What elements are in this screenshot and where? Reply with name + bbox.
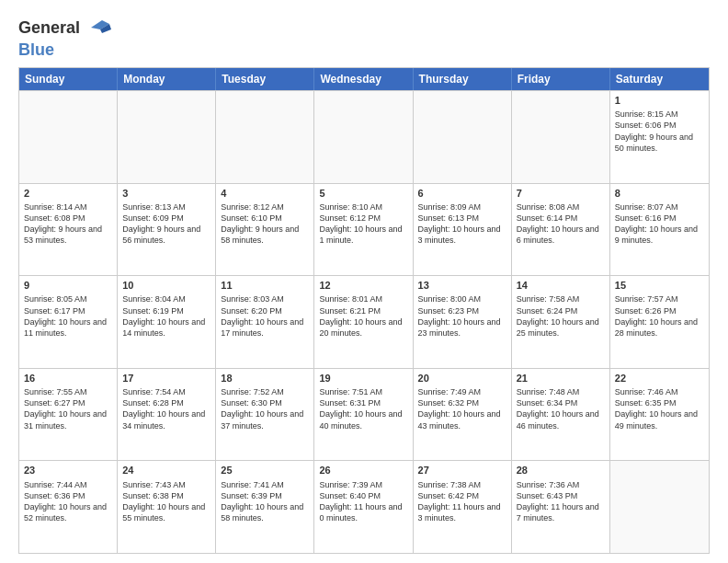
- calendar: SundayMondayTuesdayWednesdayThursdayFrid…: [18, 67, 710, 554]
- day-number: 17: [122, 372, 210, 385]
- day-number: 7: [517, 187, 605, 200]
- cell-info-text: Sunrise: 7:52 AM Sunset: 6:30 PM Dayligh…: [221, 386, 309, 431]
- calendar-header-row: SundayMondayTuesdayWednesdayThursdayFrid…: [19, 68, 709, 90]
- calendar-cell-4-4: 19Sunrise: 7:51 AM Sunset: 6:31 PM Dayli…: [314, 369, 413, 461]
- day-number: 2: [24, 187, 112, 200]
- day-number: 20: [418, 372, 506, 385]
- calendar-cell-5-1: 23Sunrise: 7:44 AM Sunset: 6:36 PM Dayli…: [19, 461, 118, 553]
- calendar-cell-2-4: 5Sunrise: 8:10 AM Sunset: 6:12 PM Daylig…: [314, 184, 413, 276]
- cell-info-text: Sunrise: 7:38 AM Sunset: 6:42 PM Dayligh…: [418, 479, 506, 524]
- calendar-cell-5-5: 27Sunrise: 7:38 AM Sunset: 6:42 PM Dayli…: [414, 461, 512, 553]
- cell-info-text: Sunrise: 7:43 AM Sunset: 6:38 PM Dayligh…: [122, 479, 210, 524]
- calendar-cell-4-6: 21Sunrise: 7:48 AM Sunset: 6:34 PM Dayli…: [512, 369, 610, 461]
- calendar-cell-3-5: 13Sunrise: 8:00 AM Sunset: 6:23 PM Dayli…: [414, 276, 512, 368]
- day-number: 3: [122, 187, 210, 200]
- cell-info-text: Sunrise: 7:55 AM Sunset: 6:27 PM Dayligh…: [24, 386, 112, 431]
- calendar-cell-2-5: 6Sunrise: 8:09 AM Sunset: 6:13 PM Daylig…: [414, 184, 512, 276]
- cell-info-text: Sunrise: 7:49 AM Sunset: 6:32 PM Dayligh…: [418, 386, 506, 431]
- cell-info-text: Sunrise: 8:09 AM Sunset: 6:13 PM Dayligh…: [418, 201, 506, 247]
- calendar-cell-5-3: 25Sunrise: 7:41 AM Sunset: 6:39 PM Dayli…: [216, 461, 314, 553]
- calendar-cell-1-6: [512, 91, 610, 183]
- calendar-cell-3-3: 11Sunrise: 8:03 AM Sunset: 6:20 PM Dayli…: [216, 276, 314, 368]
- cell-info-text: Sunrise: 7:41 AM Sunset: 6:39 PM Dayligh…: [221, 479, 309, 524]
- page: General Blue SundayMondayTuesdayWednesda…: [0, 0, 728, 563]
- calendar-cell-2-7: 8Sunrise: 8:07 AM Sunset: 6:16 PM Daylig…: [610, 184, 709, 276]
- day-number: 13: [418, 279, 506, 292]
- calendar-cell-2-2: 3Sunrise: 8:13 AM Sunset: 6:09 PM Daylig…: [118, 184, 216, 276]
- calendar-cell-1-1: [19, 91, 118, 183]
- day-number: 27: [418, 464, 506, 477]
- day-number: 19: [319, 372, 407, 385]
- calendar-cell-5-4: 26Sunrise: 7:39 AM Sunset: 6:40 PM Dayli…: [314, 461, 413, 553]
- cell-info-text: Sunrise: 8:01 AM Sunset: 6:21 PM Dayligh…: [319, 293, 407, 339]
- cell-info-text: Sunrise: 8:14 AM Sunset: 6:08 PM Dayligh…: [24, 201, 112, 247]
- day-number: 1: [615, 94, 704, 107]
- day-header-tuesday: Tuesday: [216, 68, 314, 90]
- calendar-cell-2-6: 7Sunrise: 8:08 AM Sunset: 6:14 PM Daylig…: [512, 184, 610, 276]
- cell-info-text: Sunrise: 7:58 AM Sunset: 6:24 PM Dayligh…: [517, 293, 605, 339]
- calendar-cell-5-6: 28Sunrise: 7:36 AM Sunset: 6:43 PM Dayli…: [512, 461, 610, 553]
- calendar-cell-3-4: 12Sunrise: 8:01 AM Sunset: 6:21 PM Dayli…: [314, 276, 413, 368]
- calendar-cell-2-3: 4Sunrise: 8:12 AM Sunset: 6:10 PM Daylig…: [216, 184, 314, 276]
- calendar-cell-2-1: 2Sunrise: 8:14 AM Sunset: 6:08 PM Daylig…: [19, 184, 118, 276]
- calendar-cell-1-4: [314, 91, 413, 183]
- calendar-body: 1Sunrise: 8:15 AM Sunset: 6:06 PM Daylig…: [19, 90, 709, 553]
- calendar-row-1: 1Sunrise: 8:15 AM Sunset: 6:06 PM Daylig…: [19, 90, 709, 183]
- header: General Blue: [18, 15, 710, 60]
- calendar-cell-3-7: 15Sunrise: 7:57 AM Sunset: 6:26 PM Dayli…: [610, 276, 709, 368]
- day-header-saturday: Saturday: [610, 68, 709, 90]
- day-number: 8: [615, 187, 704, 200]
- calendar-cell-1-7: 1Sunrise: 8:15 AM Sunset: 6:06 PM Daylig…: [610, 91, 709, 183]
- day-number: 4: [221, 187, 309, 200]
- day-number: 22: [615, 372, 704, 385]
- day-number: 9: [24, 279, 112, 292]
- calendar-cell-1-2: [118, 91, 216, 183]
- logo-general-text: General: [18, 18, 80, 38]
- day-number: 28: [517, 464, 605, 477]
- cell-info-text: Sunrise: 8:15 AM Sunset: 6:06 PM Dayligh…: [615, 109, 704, 154]
- cell-info-text: Sunrise: 8:05 AM Sunset: 6:17 PM Dayligh…: [24, 293, 112, 339]
- calendar-cell-5-7: [610, 461, 709, 553]
- cell-info-text: Sunrise: 7:44 AM Sunset: 6:36 PM Dayligh…: [24, 479, 112, 524]
- day-header-wednesday: Wednesday: [314, 68, 413, 90]
- day-number: 18: [221, 372, 309, 385]
- calendar-cell-4-5: 20Sunrise: 7:49 AM Sunset: 6:32 PM Dayli…: [414, 369, 512, 461]
- calendar-cell-1-5: [414, 91, 512, 183]
- calendar-row-3: 9Sunrise: 8:05 AM Sunset: 6:17 PM Daylig…: [19, 275, 709, 368]
- day-number: 5: [319, 187, 407, 200]
- calendar-cell-3-2: 10Sunrise: 8:04 AM Sunset: 6:19 PM Dayli…: [118, 276, 216, 368]
- calendar-cell-1-3: [216, 91, 314, 183]
- day-number: 12: [319, 279, 407, 292]
- cell-info-text: Sunrise: 8:13 AM Sunset: 6:09 PM Dayligh…: [122, 201, 210, 247]
- day-number: 10: [122, 279, 210, 292]
- cell-info-text: Sunrise: 7:36 AM Sunset: 6:43 PM Dayligh…: [517, 479, 605, 524]
- day-header-friday: Friday: [512, 68, 610, 90]
- cell-info-text: Sunrise: 7:46 AM Sunset: 6:35 PM Dayligh…: [615, 386, 704, 431]
- cell-info-text: Sunrise: 7:48 AM Sunset: 6:34 PM Dayligh…: [517, 386, 605, 431]
- day-number: 24: [122, 464, 210, 477]
- day-number: 21: [517, 372, 605, 385]
- cell-info-text: Sunrise: 7:57 AM Sunset: 6:26 PM Dayligh…: [615, 293, 704, 339]
- cell-info-text: Sunrise: 8:07 AM Sunset: 6:16 PM Dayligh…: [615, 201, 704, 247]
- cell-info-text: Sunrise: 7:51 AM Sunset: 6:31 PM Dayligh…: [319, 386, 407, 431]
- day-number: 14: [517, 279, 605, 292]
- cell-info-text: Sunrise: 8:12 AM Sunset: 6:10 PM Dayligh…: [221, 201, 309, 247]
- calendar-row-5: 23Sunrise: 7:44 AM Sunset: 6:36 PM Dayli…: [19, 460, 709, 553]
- cell-info-text: Sunrise: 7:54 AM Sunset: 6:28 PM Dayligh…: [122, 386, 210, 431]
- calendar-cell-4-7: 22Sunrise: 7:46 AM Sunset: 6:35 PM Dayli…: [610, 369, 709, 461]
- day-number: 26: [319, 464, 407, 477]
- cell-info-text: Sunrise: 8:08 AM Sunset: 6:14 PM Dayligh…: [517, 201, 605, 247]
- day-header-thursday: Thursday: [414, 68, 512, 90]
- logo-bird-icon: [82, 15, 111, 40]
- day-number: 6: [418, 187, 506, 200]
- calendar-cell-5-2: 24Sunrise: 7:43 AM Sunset: 6:38 PM Dayli…: [118, 461, 216, 553]
- day-number: 25: [221, 464, 309, 477]
- logo: General Blue: [18, 15, 111, 60]
- cell-info-text: Sunrise: 8:03 AM Sunset: 6:20 PM Dayligh…: [221, 293, 309, 339]
- calendar-cell-4-3: 18Sunrise: 7:52 AM Sunset: 6:30 PM Dayli…: [216, 369, 314, 461]
- calendar-row-4: 16Sunrise: 7:55 AM Sunset: 6:27 PM Dayli…: [19, 368, 709, 461]
- calendar-cell-3-6: 14Sunrise: 7:58 AM Sunset: 6:24 PM Dayli…: [512, 276, 610, 368]
- cell-info-text: Sunrise: 8:10 AM Sunset: 6:12 PM Dayligh…: [319, 201, 407, 247]
- cell-info-text: Sunrise: 7:39 AM Sunset: 6:40 PM Dayligh…: [319, 479, 407, 524]
- logo-blue-text: Blue: [18, 40, 54, 59]
